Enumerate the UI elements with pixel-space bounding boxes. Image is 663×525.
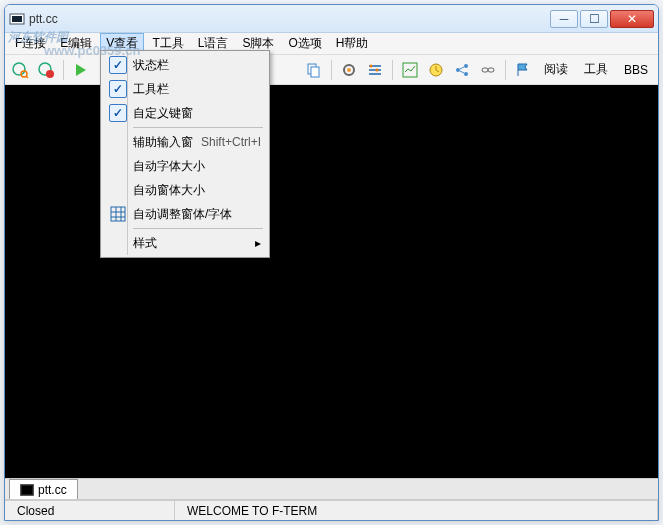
status-message: WELCOME TO F-TERM (175, 501, 658, 520)
menu-edit[interactable]: E编辑 (54, 33, 98, 54)
menu-statusbar-toggle[interactable]: ✓ 状态栏 (103, 53, 267, 77)
chart-green-icon[interactable] (399, 59, 421, 81)
toolbar-separator (505, 60, 506, 80)
play-icon[interactable] (70, 59, 92, 81)
svg-line-4 (26, 76, 28, 78)
menu-auto-window[interactable]: 自动窗体大小 (103, 178, 267, 202)
gear-color-icon[interactable] (338, 59, 360, 81)
read-button[interactable]: 阅读 (538, 59, 574, 81)
svg-point-13 (347, 68, 351, 72)
bbs-button[interactable]: BBS (618, 59, 654, 81)
menu-style-submenu[interactable]: 样式 ▸ (103, 231, 267, 255)
chevron-right-icon: ▸ (255, 236, 261, 250)
config-icon[interactable] (364, 59, 386, 81)
svg-point-15 (375, 68, 378, 71)
title-bar[interactable]: ptt.cc ─ ☐ ✕ (5, 5, 658, 33)
toolbar-separator (392, 60, 393, 80)
close-button[interactable]: ✕ (610, 10, 654, 28)
check-icon: ✓ (109, 56, 127, 74)
svg-rect-22 (488, 68, 494, 72)
svg-rect-11 (311, 67, 319, 77)
svg-rect-24 (22, 486, 32, 494)
view-dropdown-menu: ✓ 状态栏 ✓ 工具栏 ✓ 自定义键窗 辅助输入窗 Shift+Ctrl+I 自… (100, 50, 270, 258)
status-connection: Closed (5, 501, 175, 520)
menu-toolbar-toggle[interactable]: ✓ 工具栏 (103, 77, 267, 101)
check-icon: ✓ (109, 80, 127, 98)
svg-point-2 (13, 63, 25, 75)
svg-rect-25 (111, 207, 125, 221)
svg-rect-1 (12, 16, 22, 22)
flag-icon[interactable] (512, 59, 534, 81)
menu-file[interactable]: F连接 (9, 33, 52, 54)
menu-auto-adjust[interactable]: 自动调整窗体/字体 (103, 202, 267, 226)
link-icon[interactable] (477, 59, 499, 81)
menu-help[interactable]: H帮助 (330, 33, 375, 54)
toolbar-separator (331, 60, 332, 80)
menu-separator (133, 127, 263, 128)
clock-icon[interactable] (425, 59, 447, 81)
toolbar-separator (63, 60, 64, 80)
tab-bar: ptt.cc (5, 478, 658, 500)
svg-point-14 (369, 64, 372, 67)
maximize-button[interactable]: ☐ (580, 10, 608, 28)
check-icon: ✓ (109, 104, 127, 122)
tool-button[interactable]: 工具 (578, 59, 614, 81)
menu-auto-font[interactable]: 自动字体大小 (103, 154, 267, 178)
window-title: ptt.cc (29, 12, 550, 26)
app-icon (9, 11, 25, 27)
share-icon[interactable] (451, 59, 473, 81)
svg-point-20 (464, 72, 468, 76)
tab-label: ptt.cc (38, 483, 67, 497)
menu-aux-input[interactable]: 辅助输入窗 Shift+Ctrl+I (103, 130, 267, 154)
svg-point-6 (46, 70, 54, 78)
terminal-icon (20, 484, 34, 496)
copy-icon[interactable] (303, 59, 325, 81)
globe-search-icon[interactable] (9, 59, 31, 81)
session-tab[interactable]: ptt.cc (9, 479, 78, 499)
minimize-button[interactable]: ─ (550, 10, 578, 28)
globe-stop-icon[interactable] (35, 59, 57, 81)
svg-point-18 (456, 68, 460, 72)
svg-point-19 (464, 64, 468, 68)
menu-separator (133, 228, 263, 229)
menu-options[interactable]: O选项 (282, 33, 327, 54)
grid-icon (109, 205, 127, 223)
status-bar: Closed WELCOME TO F-TERM (5, 500, 658, 520)
svg-rect-21 (482, 68, 488, 72)
shortcut-label: Shift+Ctrl+I (201, 135, 261, 149)
menu-custom-keywindow-toggle[interactable]: ✓ 自定义键窗 (103, 101, 267, 125)
